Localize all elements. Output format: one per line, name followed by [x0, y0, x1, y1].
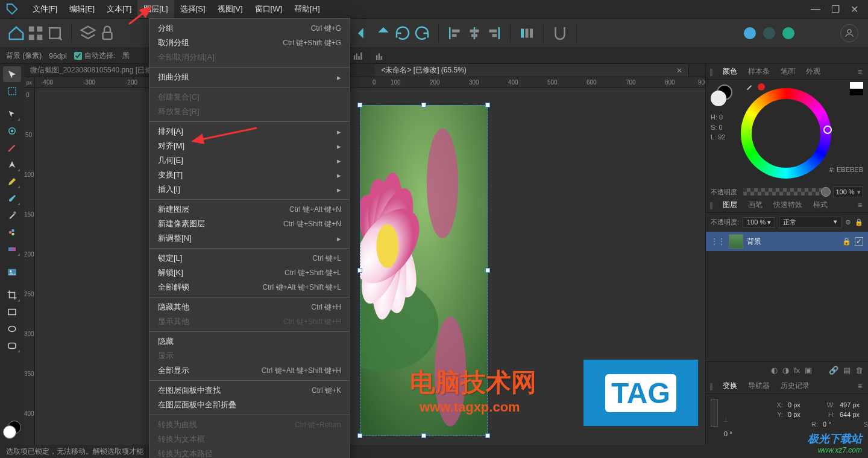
document-tab[interactable]: 微信截图_20230808105540.png [已修改]: [24, 64, 168, 77]
persona-export-icon[interactable]: [779, 24, 797, 42]
color-wheel[interactable]: [741, 88, 831, 179]
selection-handle[interactable]: [357, 103, 362, 107]
brushes-tab[interactable]: 画笔: [743, 197, 767, 212]
selection-handle[interactable]: [421, 433, 426, 438]
styles-tab[interactable]: 样式: [808, 197, 832, 212]
anchor-selector[interactable]: [711, 399, 718, 427]
panel-collapse-icon[interactable]: ‖: [709, 382, 713, 390]
menu-item[interactable]: 全部显示Ctrl 键+Alt 键+Shift 键+H: [149, 363, 350, 378]
swatches-tab[interactable]: 样本条: [743, 64, 775, 79]
rotate-cw-icon[interactable]: [413, 24, 431, 42]
link-wh-icon[interactable]: ⟂: [724, 416, 766, 423]
menu-view[interactable]: 视图[V]: [212, 0, 249, 18]
layer-visibility-dots[interactable]: ⋮⋮: [711, 237, 725, 246]
menu-item[interactable]: 隐藏其他Ctrl 键+H: [149, 300, 350, 314]
panel-menu-icon[interactable]: ≡: [855, 382, 864, 390]
menu-file[interactable]: 文件[F]: [27, 0, 63, 18]
eyedropper-icon[interactable]: [744, 82, 754, 92]
menu-item[interactable]: 解锁[K]Ctrl 键+Shift 键+L: [149, 266, 350, 280]
transform-h[interactable]: 644 px: [840, 411, 868, 418]
account-icon[interactable]: [840, 24, 858, 42]
crop-tool[interactable]: [3, 287, 21, 303]
align-center-icon[interactable]: [465, 24, 483, 42]
color-swatch-selector[interactable]: [3, 421, 21, 439]
fx-icon[interactable]: fx: [794, 366, 800, 375]
rectangle-tool[interactable]: [3, 304, 21, 320]
menu-select[interactable]: 选择[S]: [174, 0, 212, 18]
menu-item[interactable]: 锁定[L]Ctrl 键+L: [149, 251, 350, 266]
opacity-value[interactable]: 100 %▾: [833, 186, 863, 197]
selection-handle[interactable]: [357, 268, 362, 273]
layer-opacity-value[interactable]: 100 % ▾: [743, 217, 775, 227]
ellipse-tool[interactable]: [3, 321, 21, 337]
menu-item[interactable]: 变换[T]▸: [149, 168, 350, 182]
flip-vertical-icon[interactable]: [374, 24, 392, 42]
gradient-tool[interactable]: [3, 241, 21, 257]
persona-pixel-icon[interactable]: [760, 24, 778, 42]
selection-handle[interactable]: [485, 103, 490, 107]
toolbar-home-icon[interactable]: [7, 24, 25, 42]
menu-text[interactable]: 文本[T]: [101, 0, 137, 18]
dpi-display[interactable]: 96dpi: [49, 52, 66, 60]
lock-icon[interactable]: 🔒: [855, 218, 863, 226]
menu-item[interactable]: 隐藏: [149, 334, 350, 349]
navigator-tab[interactable]: 导航器: [743, 378, 775, 393]
transform-x[interactable]: 0 px: [788, 401, 818, 409]
toolbar-layers-icon[interactable]: [79, 24, 97, 42]
panel-collapse-icon[interactable]: ‖: [709, 201, 713, 209]
histogram-icon[interactable]: [349, 47, 367, 65]
menu-layer[interactable]: 图层[L]: [137, 0, 174, 18]
pen-tool[interactable]: [3, 157, 21, 173]
flip-horizontal-icon[interactable]: [355, 24, 373, 42]
blend-mode-select[interactable]: 正常▾: [779, 217, 841, 228]
mask-icon[interactable]: ◐: [771, 366, 778, 375]
menu-item[interactable]: 对齐[M]▸: [149, 139, 350, 153]
layers-tab[interactable]: 图层: [718, 197, 742, 212]
transform-y[interactable]: 0 px: [788, 411, 818, 418]
menu-help[interactable]: 帮助[H]: [288, 0, 326, 18]
add-layer-icon[interactable]: ▤: [843, 366, 851, 375]
effects-tab[interactable]: 快速特效: [769, 197, 807, 212]
layer-row[interactable]: ⋮⋮ 背景 🔒 ✓: [706, 232, 868, 251]
menu-item[interactable]: 取消分组Ctrl 键+Shift 键+G: [149, 36, 350, 50]
menu-item[interactable]: 在图层面板中全部折叠: [149, 398, 350, 412]
contour-tool[interactable]: [3, 123, 21, 139]
menu-window[interactable]: 窗口[W]: [249, 0, 289, 18]
knife-tool[interactable]: [3, 140, 21, 156]
menu-item[interactable]: 新建像素图层Ctrl 键+Shift 键+N: [149, 217, 350, 231]
toolbar-lock-icon[interactable]: [98, 24, 116, 42]
place-image-tool[interactable]: [3, 264, 21, 280]
rounded-rect-tool[interactable]: [3, 338, 21, 354]
transform-s[interactable]: 0 °: [724, 430, 766, 437]
menu-item[interactable]: 几何[E]▸: [149, 153, 350, 168]
gear-icon[interactable]: ⚙: [845, 218, 851, 226]
align-right-icon[interactable]: [485, 24, 503, 42]
artboard-tool[interactable]: [3, 83, 21, 99]
auto-select-target[interactable]: 黑: [122, 51, 130, 61]
panel-menu-icon[interactable]: ≡: [855, 68, 864, 76]
snapping-icon[interactable]: [551, 24, 569, 42]
link-layer-icon[interactable]: 🔗: [829, 366, 838, 375]
menu-item[interactable]: 全部解锁Ctrl 键+Alt 键+Shift 键+L: [149, 280, 350, 294]
persona-designer-icon[interactable]: [741, 24, 759, 42]
delete-layer-icon[interactable]: 🗑: [855, 366, 863, 375]
opacity-slider[interactable]: [743, 188, 829, 196]
transform-r[interactable]: 0 °: [823, 421, 835, 428]
menu-item[interactable]: 新建图层Ctrl 键+Alt 键+N: [149, 202, 350, 217]
color-tab[interactable]: 颜色: [718, 64, 742, 79]
distribute-icon[interactable]: [518, 24, 536, 42]
crop-layer-icon[interactable]: ▣: [805, 366, 812, 375]
menu-item[interactable]: 插入[I]▸: [149, 182, 350, 197]
close-button[interactable]: ✕: [851, 4, 858, 15]
hex-display[interactable]: #: EBEBEB: [829, 166, 863, 173]
ruler-vertical[interactable]: 0 50 100 150 200 250 300 350 400: [24, 88, 35, 445]
panel-collapse-icon[interactable]: ‖: [709, 68, 713, 76]
selection-handle[interactable]: [485, 268, 490, 273]
menu-item[interactable]: 排列[A]▸: [149, 124, 350, 139]
rotate-ccw-icon[interactable]: [394, 24, 412, 42]
node-tool[interactable]: [3, 106, 21, 122]
appearance-tab[interactable]: 外观: [801, 64, 825, 79]
transform-tab[interactable]: 变换: [718, 378, 742, 393]
move-tool[interactable]: [3, 66, 21, 82]
adjustment-icon[interactable]: ◑: [782, 366, 789, 375]
